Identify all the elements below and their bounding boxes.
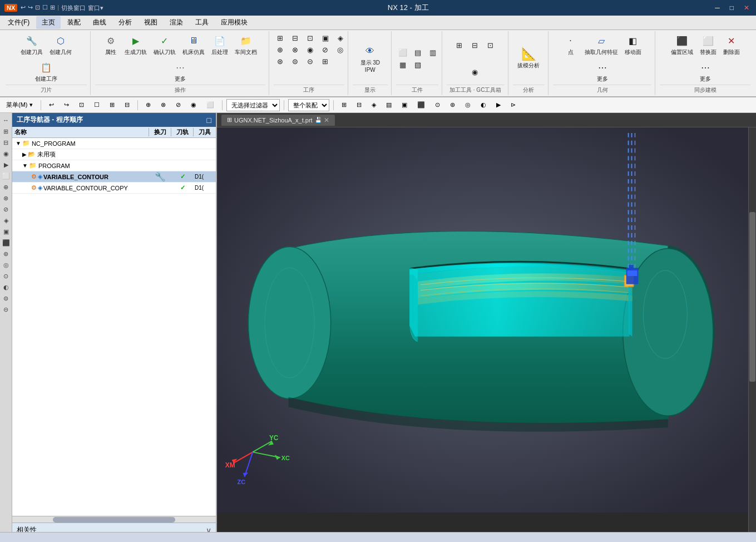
gc-btn2[interactable]: ⊟ (468, 40, 483, 51)
shop-doc-btn[interactable]: 📁 车间文档 (232, 32, 260, 58)
sb-icon7[interactable]: ⊕ (1, 182, 11, 192)
t2-btn14[interactable]: ◈ (368, 100, 380, 110)
t2-btn9[interactable]: ⊘ (172, 100, 185, 110)
move-face-btn[interactable]: ◧ 移动面 (622, 32, 644, 58)
t2-btn10[interactable]: ◉ (187, 100, 200, 110)
op-more-btn[interactable]: ⋯ 更多 (170, 59, 190, 85)
gen-toolpath-btn[interactable]: ▶ 生成刀轨 (122, 32, 150, 58)
menu-btn[interactable]: 菜单(M) ▾ (2, 99, 37, 111)
menu-tools[interactable]: 工具 (190, 16, 214, 29)
proc-btn9[interactable]: ⊘ (319, 44, 333, 55)
menu-file[interactable]: 文件(F) (2, 16, 35, 29)
sb-icon15[interactable]: ⊙ (1, 271, 11, 281)
attr-btn[interactable]: ⚙ 属性 (101, 32, 121, 58)
wp-btn5[interactable]: ▧ (411, 59, 426, 70)
close-btn[interactable]: ✕ (742, 4, 752, 12)
proc-btn2[interactable]: ⊟ (289, 32, 303, 43)
sb-icon9[interactable]: ⊘ (1, 204, 11, 214)
t2-btn5[interactable]: ⊞ (106, 100, 118, 110)
postproc-btn[interactable]: 📄 后处理 (209, 32, 231, 58)
t2-btn21[interactable]: ◐ (477, 100, 490, 110)
sb-icon1[interactable]: ↔ (1, 115, 11, 125)
window-menu-btn[interactable]: 窗口▾ (88, 4, 103, 12)
sb-icon2[interactable]: ⊞ (1, 126, 11, 136)
nav-scrollbar-h[interactable] (12, 516, 216, 523)
proc-btn11[interactable]: ⊛ (274, 56, 288, 67)
switch-window-btn[interactable]: 切换窗口 (61, 4, 86, 12)
tb-btn2[interactable]: ☐ (42, 4, 48, 12)
sync-more-btn[interactable]: ⋯ 更多 (695, 59, 715, 85)
sb-icon17[interactable]: ⊜ (1, 293, 11, 303)
sb-icon5[interactable]: ▶ (1, 160, 11, 170)
menu-analysis[interactable]: 分析 (113, 16, 137, 29)
proc-btn8[interactable]: ◉ (304, 44, 318, 55)
proc-btn12[interactable]: ⊜ (289, 56, 303, 67)
sb-icon8[interactable]: ⊗ (1, 193, 11, 203)
t2-btn16[interactable]: ▣ (398, 100, 411, 110)
proc-btn7[interactable]: ⊗ (289, 44, 303, 55)
menu-render[interactable]: 渲染 (164, 16, 189, 29)
proc-btn10[interactable]: ◎ (334, 44, 348, 55)
proc-btn4[interactable]: ▣ (319, 32, 333, 43)
minimize-btn[interactable]: ─ (713, 4, 722, 12)
sb-icon14[interactable]: ◎ (1, 260, 11, 270)
show-3dipw-btn[interactable]: 👁 显示 3D IPW (353, 43, 388, 75)
menu-view[interactable]: 视图 (139, 16, 163, 29)
nav-row-varcontour[interactable]: ⚙ ◈ VARIABLE_CONTOUR 🔧 ✓ D1( (12, 171, 216, 183)
nav-row-unused[interactable]: ▶ 📂 未用项 (12, 149, 216, 160)
t2-btn15[interactable]: ▤ (382, 100, 396, 110)
t2-btn4[interactable]: ☐ (90, 100, 103, 110)
t2-btn22[interactable]: ▶ (492, 100, 505, 110)
t2-btn13[interactable]: ⊟ (353, 100, 365, 110)
t2-btn1[interactable]: ↩ (45, 100, 58, 110)
tab-close-btn[interactable]: ✕ (324, 116, 329, 124)
machsim-btn[interactable]: 🖥 机床仿真 (180, 32, 207, 58)
proc-btn3[interactable]: ⊡ (304, 32, 318, 43)
menu-home[interactable]: 主页 (36, 16, 61, 29)
viewport-tab-item[interactable]: ⊞ UGNX.NET_SizhouA_x_t.prt 💾 ✕ (221, 115, 335, 126)
wp-btn4[interactable]: ▦ (396, 59, 411, 70)
create-tool-btn[interactable]: 🔧 创建刀具 (18, 32, 46, 58)
t2-btn18[interactable]: ⊙ (431, 100, 444, 110)
gc-btn3[interactable]: ⊡ (484, 40, 498, 51)
maximize-btn[interactable]: □ (728, 4, 736, 12)
sb-icon6[interactable]: ⬜ (1, 171, 11, 181)
create-op-btn[interactable]: 📋 创建工序 (32, 59, 60, 85)
menu-curve[interactable]: 曲线 (87, 16, 112, 29)
sb-icon13[interactable]: ⊛ (1, 249, 11, 259)
verify-btn[interactable]: ✓ 确认刀轨 (151, 32, 179, 58)
t2-btn11[interactable]: ⬜ (202, 100, 218, 110)
tb-btn1[interactable]: ⊡ (35, 4, 40, 12)
sb-icon16[interactable]: ◐ (1, 282, 11, 292)
t2-btn8[interactable]: ⊗ (157, 100, 170, 110)
menu-appmodule[interactable]: 应用模块 (215, 16, 253, 29)
vscroll-thumb[interactable] (749, 212, 755, 382)
assembly-select[interactable]: 整个装配 (288, 99, 329, 111)
draft-analysis-btn[interactable]: 📐 拔模分析 (515, 46, 542, 71)
wp-btn2[interactable]: ▤ (411, 47, 426, 58)
t2-btn2[interactable]: ↪ (60, 100, 73, 110)
point-btn[interactable]: · 点 (561, 32, 581, 58)
gc-btn1[interactable]: ⊞ (453, 40, 467, 51)
t2-btn19[interactable]: ⊛ (446, 100, 459, 110)
nav-row-ncprogram[interactable]: ▼ 📁 NC_PROGRAM (12, 138, 216, 149)
wp-btn3[interactable]: ▥ (426, 47, 441, 58)
nav-scrollbar-thumb[interactable] (53, 517, 175, 523)
filter-select[interactable]: 无选择过滤器 (226, 99, 280, 111)
t2-btn6[interactable]: ⊟ (121, 100, 134, 110)
offset-region-btn[interactable]: ⬛ 偏置区域 (668, 32, 696, 58)
nav-row-varcontourcopy[interactable]: ⚙ ◈ VARIABLE_CONTOUR_COPY ✓ D1( (12, 183, 216, 194)
sb-icon12[interactable]: ⬛ (1, 238, 11, 248)
extract-geo-btn[interactable]: ▱ 抽取几何特征 (582, 32, 621, 58)
navigator-close-btn[interactable]: □ (207, 116, 211, 125)
replace-face-btn[interactable]: ⬜ 替换面 (697, 32, 719, 58)
sb-icon11[interactable]: ▣ (1, 226, 11, 236)
wp-btn1[interactable]: ⬜ (396, 47, 411, 58)
delete-face-btn[interactable]: ✕ 删除面 (720, 32, 743, 58)
t2-btn3[interactable]: ⊡ (75, 100, 88, 110)
viewport-scrollbar-v[interactable] (748, 127, 756, 542)
gc-btn4[interactable]: ◉ (468, 66, 483, 77)
proc-btn5[interactable]: ◈ (334, 32, 348, 43)
t2-btn7[interactable]: ⊕ (142, 100, 155, 110)
nav-row-program[interactable]: ▼ 📁 PROGRAM (12, 160, 216, 171)
